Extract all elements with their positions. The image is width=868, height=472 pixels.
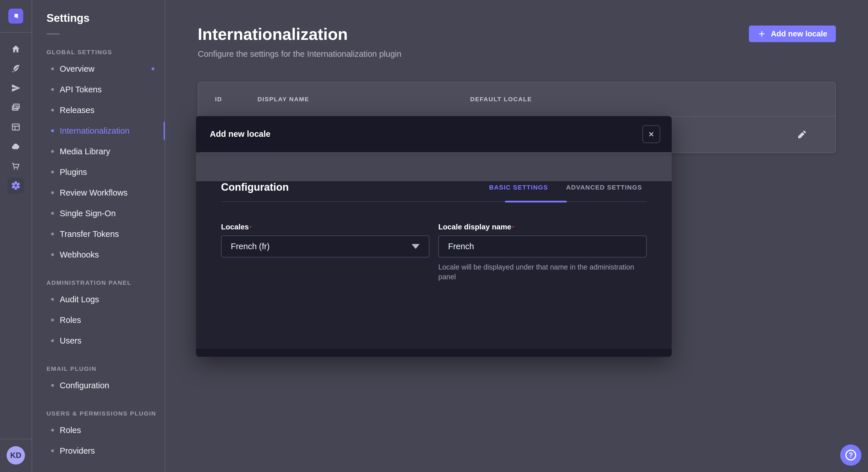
- home-icon[interactable]: [7, 41, 24, 57]
- bullet-icon: [51, 233, 54, 235]
- settings-sidebar-title: Settings: [46, 12, 165, 24]
- modal-footer: Cancel Save: [196, 348, 672, 357]
- sidebar-item-audit-logs[interactable]: Audit Logs: [33, 289, 165, 310]
- sidebar-item-up-roles[interactable]: Roles: [33, 420, 165, 440]
- sidebar-item-internationalization[interactable]: Internationalization: [33, 121, 165, 141]
- feather-icon[interactable]: [7, 60, 24, 77]
- display-name-label: Locale display name: [438, 223, 511, 231]
- media-library-icon[interactable]: [7, 99, 24, 116]
- bullet-icon: [51, 150, 54, 153]
- sidebar-item-webhooks[interactable]: Webhooks: [33, 244, 165, 265]
- modal-header: Add new locale: [196, 116, 672, 153]
- locales-select-value: French (fr): [231, 242, 270, 251]
- notification-dot: [152, 67, 154, 70]
- locales-label: Locales: [221, 223, 249, 231]
- sidebar-item-plugins[interactable]: Plugins: [33, 162, 165, 182]
- locales-field: Locales* French (fr): [221, 223, 429, 281]
- bullet-icon: [51, 88, 54, 91]
- sidebar-item-single-sign-on[interactable]: Single Sign-On: [33, 203, 165, 224]
- bullet-icon: [51, 191, 54, 194]
- bullet-icon: [51, 212, 54, 215]
- table-header-row: ID DISPLAY NAME DEFAULT LOCALE: [198, 82, 835, 117]
- icon-rail: KD: [0, 0, 32, 472]
- bullet-icon: [51, 67, 54, 70]
- user-initials: KD: [10, 451, 22, 460]
- locale-form: Locales* French (fr) Locale display name…: [221, 223, 647, 281]
- rail-user-section: KD: [0, 439, 32, 472]
- close-button[interactable]: [642, 125, 660, 143]
- question-icon: ?: [845, 450, 856, 461]
- sidebar-item-review-workflows[interactable]: Review Workflows: [33, 182, 165, 203]
- modal-title: Add new locale: [210, 129, 270, 139]
- column-id: ID: [198, 96, 257, 103]
- display-name-hint: Locale will be displayed under that name…: [438, 262, 642, 281]
- bullet-icon: [51, 384, 54, 387]
- bullet-icon: [51, 318, 54, 322]
- active-tab-underline: [505, 201, 567, 202]
- sidebar-item-media-library[interactable]: Media Library: [33, 141, 165, 162]
- sidebar-item-transfer-tokens[interactable]: Transfer Tokens: [33, 224, 165, 244]
- section-users-permissions-plugin: USERS & PERMISSIONS PLUGIN: [46, 410, 165, 417]
- rail-nav: [7, 41, 24, 197]
- locales-select[interactable]: French (fr): [221, 235, 429, 258]
- display-name-input[interactable]: [438, 235, 647, 258]
- sidebar-item-overview[interactable]: Overview: [33, 59, 165, 79]
- rail-divider: [0, 32, 32, 33]
- bullet-icon: [51, 298, 54, 301]
- column-default-locale: DEFAULT LOCALE: [470, 96, 835, 103]
- bullet-icon: [51, 429, 54, 432]
- strapi-logo-icon: [11, 12, 20, 20]
- bullet-icon: [51, 109, 54, 111]
- sidebar-item-users[interactable]: Users: [33, 330, 165, 351]
- column-display-name: DISPLAY NAME: [257, 96, 470, 103]
- settings-tabs: BASIC SETTINGS ADVANCED SETTINGS: [485, 182, 647, 193]
- close-icon: [648, 131, 655, 138]
- cloud-icon[interactable]: [7, 138, 24, 155]
- strapi-logo[interactable]: [8, 9, 23, 24]
- user-avatar[interactable]: KD: [7, 446, 25, 465]
- sidebar-item-admin-roles[interactable]: Roles: [33, 310, 165, 330]
- bullet-icon: [51, 449, 54, 452]
- section-administration-panel: ADMINISTRATION PANEL: [46, 279, 165, 286]
- chevron-down-icon: [412, 244, 420, 249]
- sidebar-item-api-tokens[interactable]: API Tokens: [33, 79, 165, 100]
- settings-sidebar: Settings GLOBAL SETTINGS Overview API To…: [33, 0, 165, 472]
- pencil-icon[interactable]: [797, 130, 807, 140]
- cart-icon[interactable]: [7, 158, 24, 174]
- bullet-icon: [51, 339, 54, 342]
- configuration-title: Configuration: [221, 181, 289, 193]
- add-new-locale-label: Add new locale: [771, 30, 827, 38]
- tabs-divider: [221, 201, 647, 202]
- page-subtitle: Configure the settings for the Internati…: [198, 49, 868, 59]
- tab-basic-settings[interactable]: BASIC SETTINGS: [485, 182, 553, 193]
- display-name-field: Locale display name* Locale will be disp…: [438, 223, 647, 281]
- layout-icon[interactable]: [7, 119, 24, 135]
- plus-icon: [757, 30, 766, 38]
- section-email-plugin: EMAIL PLUGIN: [46, 365, 165, 372]
- sidebar-item-providers[interactable]: Providers: [33, 440, 165, 461]
- sidebar-item-releases[interactable]: Releases: [33, 100, 165, 121]
- bullet-icon: [51, 171, 54, 173]
- modal-body: Configuration BASIC SETTINGS ADVANCED SE…: [196, 181, 672, 348]
- add-locale-modal: Add new locale Configuration BASIC SETTI…: [196, 116, 672, 357]
- add-new-locale-button[interactable]: Add new locale: [749, 26, 836, 42]
- required-mark: *: [512, 225, 514, 230]
- bullet-icon: [51, 253, 54, 256]
- tab-advanced-settings[interactable]: ADVANCED SETTINGS: [561, 182, 647, 193]
- settings-title-rule: [46, 34, 60, 34]
- required-mark: *: [250, 225, 251, 230]
- section-global-settings: GLOBAL SETTINGS: [46, 49, 165, 56]
- bullet-icon: [51, 129, 54, 132]
- help-button[interactable]: ?: [840, 444, 861, 466]
- paper-plane-icon[interactable]: [7, 80, 24, 96]
- sidebar-item-email-configuration[interactable]: Configuration: [33, 375, 165, 396]
- gear-icon[interactable]: [7, 177, 24, 194]
